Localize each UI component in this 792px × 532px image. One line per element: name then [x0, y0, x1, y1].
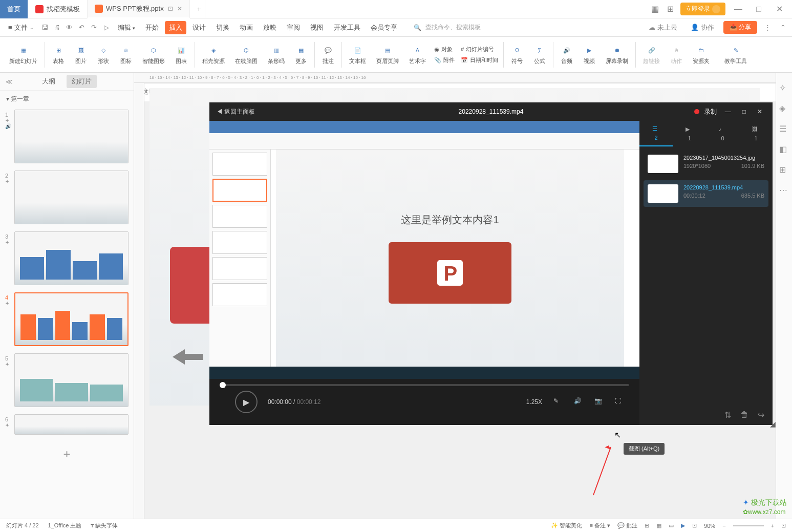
- thumb-4[interactable]: 4✦: [5, 292, 129, 346]
- delete-icon[interactable]: 🗑: [740, 410, 748, 419]
- rb-screenrec[interactable]: ⏺屏幕录制: [601, 39, 633, 70]
- minimize-icon[interactable]: —: [731, 5, 746, 14]
- tp-ai-icon[interactable]: ✧: [779, 83, 789, 93]
- rb-newslide[interactable]: ▦新建幻灯片: [4, 39, 42, 70]
- sort-icon[interactable]: ⇅: [724, 410, 731, 420]
- player-maximize-icon[interactable]: □: [739, 108, 749, 115]
- pltab-image[interactable]: 🖼1: [739, 121, 773, 146]
- rb-formula[interactable]: ∑公式: [528, 39, 551, 70]
- rb-hyperlink[interactable]: 🔗超链接: [638, 39, 665, 70]
- view-read-icon[interactable]: ▭: [669, 522, 674, 529]
- tp-design-icon[interactable]: ◈: [779, 103, 789, 114]
- rb-picture[interactable]: 🖼图片: [70, 39, 92, 70]
- search-area[interactable]: 🔍 查找命令、搜索模板: [414, 23, 481, 32]
- close-window-icon[interactable]: ✕: [772, 4, 787, 14]
- menu-review[interactable]: 审阅: [283, 21, 304, 34]
- back-button[interactable]: ◀ 返回主面板: [217, 108, 255, 116]
- pltab-media[interactable]: ☰2: [639, 121, 673, 146]
- rb-datetime[interactable]: 📅日期和时间: [461, 56, 498, 64]
- add-slide-button[interactable]: +: [5, 442, 129, 466]
- rb-object[interactable]: ◉对象: [434, 46, 453, 53]
- tab-template[interactable]: 找稻壳模板: [28, 0, 88, 18]
- rb-comment[interactable]: 💬批注: [317, 39, 339, 70]
- zoom-settings-icon[interactable]: ⊡: [692, 522, 697, 529]
- play-button[interactable]: ▶: [681, 522, 685, 529]
- tp-list-icon[interactable]: ☰: [779, 124, 789, 134]
- menu-insert[interactable]: 插入: [165, 21, 186, 34]
- menu-devtools[interactable]: 开发工具: [330, 21, 365, 34]
- missing-font[interactable]: ᴛ 缺失字体: [91, 522, 118, 529]
- cloud-status[interactable]: ☁ 未上云: [645, 21, 681, 34]
- redo-icon[interactable]: ↷: [89, 23, 99, 33]
- theme-name[interactable]: 1_Office 主题: [48, 522, 82, 529]
- login-button[interactable]: 立即登录: [680, 3, 725, 15]
- menu-slideshow[interactable]: 放映: [259, 21, 281, 34]
- menu-start[interactable]: 开始: [141, 21, 163, 34]
- grid-icon[interactable]: ▦: [650, 4, 660, 14]
- maximize-icon[interactable]: □: [751, 5, 766, 14]
- thumb-3[interactable]: 3✦: [5, 231, 129, 285]
- rb-attachment[interactable]: 📎附件: [434, 56, 455, 64]
- print-icon[interactable]: 🖨: [52, 23, 62, 33]
- tp-style-icon[interactable]: ◧: [779, 144, 789, 155]
- expand-icon[interactable]: ⌃: [778, 23, 788, 33]
- rb-action[interactable]: 🖱动作: [665, 39, 688, 70]
- progress-bar[interactable]: [220, 384, 629, 386]
- rb-docres[interactable]: ◈稻壳资源: [197, 39, 230, 70]
- rb-slidenum[interactable]: #幻灯片编号: [461, 46, 494, 53]
- coop-button[interactable]: 👤 协作: [687, 21, 718, 34]
- rb-respack[interactable]: 🗀资源夹: [688, 39, 715, 70]
- more-menu-icon[interactable]: ⋮: [762, 23, 773, 33]
- screenshot-icon[interactable]: 📷: [594, 397, 604, 407]
- view-normal-icon[interactable]: ⊞: [645, 522, 649, 529]
- menu-animation[interactable]: 动画: [236, 21, 257, 34]
- export-icon[interactable]: ↪: [758, 410, 764, 420]
- approve-button[interactable]: 💬 批注: [617, 522, 637, 529]
- beautify-button[interactable]: ✨ 智能美化: [551, 522, 582, 529]
- menu-edit[interactable]: 编辑 ▾: [114, 21, 140, 34]
- tab-close-icon[interactable]: ⊡: [168, 5, 173, 12]
- collapse-icon[interactable]: ≪: [4, 78, 14, 86]
- rb-smartart[interactable]: ⬡智能图形: [137, 39, 170, 70]
- zoom-slider[interactable]: [733, 525, 764, 526]
- rb-table[interactable]: ⊞表格: [47, 39, 70, 70]
- tab-x-icon[interactable]: ✕: [177, 5, 182, 12]
- brush-icon[interactable]: ✎: [553, 397, 563, 407]
- thumb-2[interactable]: 2✦: [5, 171, 129, 224]
- apps-icon[interactable]: ⊞: [665, 4, 675, 14]
- volume-icon[interactable]: 🔊: [574, 397, 583, 407]
- thumb-6[interactable]: 6✦: [5, 414, 129, 435]
- rb-headerfooter[interactable]: ▤页眉页脚: [371, 39, 404, 70]
- record-button[interactable]: 录制: [704, 108, 717, 116]
- play-button[interactable]: ▶: [235, 391, 258, 413]
- tp-more-icon[interactable]: ⋯: [779, 185, 789, 196]
- new-tab-button[interactable]: +: [190, 0, 205, 18]
- menu-member[interactable]: 会员专享: [367, 21, 401, 34]
- thumb-5[interactable]: 5✦: [5, 353, 129, 407]
- file-item-0[interactable]: 20230517_10450013254.jpg 1920*1080101.9 …: [644, 151, 768, 177]
- rb-more[interactable]: ▦更多: [290, 39, 312, 70]
- tab-slides[interactable]: 幻灯片: [67, 75, 97, 88]
- speed-button[interactable]: 1.25X: [526, 398, 542, 406]
- rb-teachtool[interactable]: ✎教学工具: [719, 39, 752, 70]
- tab-document[interactable]: WPS PPT教程.pptx ⊡ ✕: [88, 0, 190, 18]
- rb-wordart[interactable]: A艺术字: [404, 39, 431, 70]
- rb-icon[interactable]: ☺图标: [115, 39, 137, 70]
- player-close-icon[interactable]: ✕: [754, 108, 765, 115]
- rb-audio[interactable]: 🔊音频: [555, 39, 578, 70]
- fullscreen-icon[interactable]: ⛶: [615, 397, 624, 407]
- file-item-1[interactable]: 20220928_111539.mp4 00:00:12635.5 KB: [644, 180, 768, 207]
- thumb-1[interactable]: 1✦🔊: [5, 110, 129, 163]
- menu-view[interactable]: 视图: [306, 21, 328, 34]
- rb-textbox[interactable]: 📄文本框: [344, 39, 371, 70]
- share-button[interactable]: 📤 分享: [723, 21, 757, 34]
- rb-symbol[interactable]: Ω符号: [506, 39, 528, 70]
- rb-chart[interactable]: 📊图表: [170, 39, 192, 70]
- player-minimize-icon[interactable]: —: [722, 108, 734, 115]
- file-menu[interactable]: ≡文件⌄: [4, 21, 38, 34]
- save-icon[interactable]: 🖫: [40, 23, 50, 33]
- chapter-label[interactable]: ▾ 第一章: [0, 91, 134, 108]
- tab-home[interactable]: 首页: [0, 0, 28, 18]
- notes-button[interactable]: ≡ 备注 ▾: [589, 522, 610, 529]
- resize-handle-icon[interactable]: ◢: [770, 420, 776, 428]
